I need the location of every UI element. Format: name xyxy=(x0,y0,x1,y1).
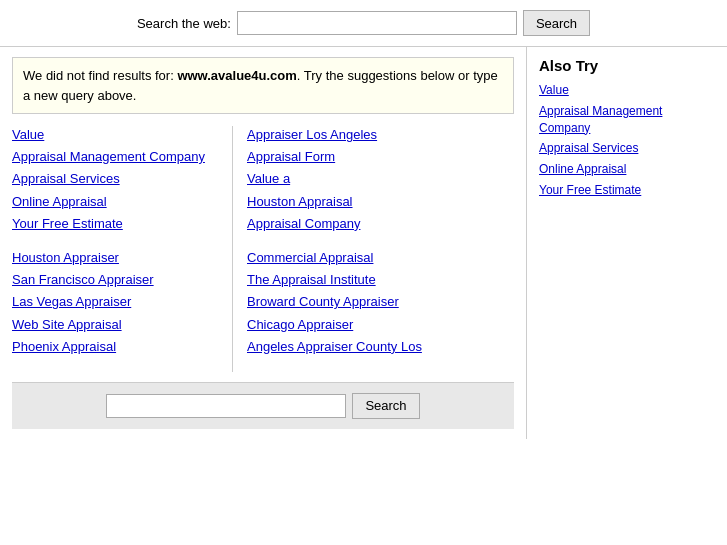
top-search-input[interactable] xyxy=(237,11,517,35)
also-try-title: Also Try xyxy=(539,57,715,74)
link-appraisal-form[interactable]: Appraisal Form xyxy=(247,148,514,166)
link-houston-appraiser[interactable]: Houston Appraiser xyxy=(12,249,222,267)
right-links: Appraiser Los Angeles Appraisal Form Val… xyxy=(232,126,514,372)
link-houston-appraisal[interactable]: Houston Appraisal xyxy=(247,193,514,211)
link-san-francisco-appraiser[interactable]: San Francisco Appraiser xyxy=(12,271,222,289)
sidebar-link-appraisal-services[interactable]: Appraisal Services xyxy=(539,140,715,157)
link-las-vegas-appraiser[interactable]: Las Vegas Appraiser xyxy=(12,293,222,311)
link-appraisal-services[interactable]: Appraisal Services xyxy=(12,170,222,188)
sidebar-link-your-free-estimate[interactable]: Your Free Estimate xyxy=(539,182,715,199)
left-link-group-1: Value Appraisal Management Company Appra… xyxy=(12,126,222,233)
links-area: Value Appraisal Management Company Appra… xyxy=(12,126,514,372)
sidebar-link-appraisal-management[interactable]: Appraisal Management Company xyxy=(539,103,715,137)
left-area: We did not find results for: www.avalue4… xyxy=(0,47,527,439)
bottom-search-button[interactable]: Search xyxy=(352,393,419,419)
right-link-group-2: Commercial Appraisal The Appraisal Insti… xyxy=(247,249,514,356)
link-chicago-appraiser[interactable]: Chicago Appraiser xyxy=(247,316,514,334)
link-appraiser-los-angeles[interactable]: Appraiser Los Angeles xyxy=(247,126,514,144)
bottom-search-input[interactable] xyxy=(106,394,346,418)
top-search-bar: Search the web: Search xyxy=(0,0,727,47)
search-label: Search the web: xyxy=(137,16,231,31)
link-value[interactable]: Value xyxy=(12,126,222,144)
link-commercial-appraisal[interactable]: Commercial Appraisal xyxy=(247,249,514,267)
right-link-group-1: Appraiser Los Angeles Appraisal Form Val… xyxy=(247,126,514,233)
link-angeles-appraiser-county[interactable]: Angeles Appraiser County Los xyxy=(247,338,514,356)
left-link-group-2: Houston Appraiser San Francisco Appraise… xyxy=(12,249,222,356)
link-your-free-estimate[interactable]: Your Free Estimate xyxy=(12,215,222,233)
link-value-a[interactable]: Value a xyxy=(247,170,514,188)
link-the-appraisal-institute[interactable]: The Appraisal Institute xyxy=(247,271,514,289)
right-sidebar: Also Try Value Appraisal Management Comp… xyxy=(527,47,727,439)
sidebar-link-value[interactable]: Value xyxy=(539,82,715,99)
notice-prefix: We did not find results for: xyxy=(23,68,177,83)
notice-domain: www.avalue4u.com xyxy=(177,68,296,83)
bottom-search-bar: Search xyxy=(12,382,514,429)
sidebar-link-online-appraisal[interactable]: Online Appraisal xyxy=(539,161,715,178)
link-appraisal-company[interactable]: Appraisal Company xyxy=(247,215,514,233)
link-phoenix-appraisal[interactable]: Phoenix Appraisal xyxy=(12,338,222,356)
link-appraisal-management[interactable]: Appraisal Management Company xyxy=(12,148,222,166)
left-links: Value Appraisal Management Company Appra… xyxy=(12,126,232,372)
main-content: We did not find results for: www.avalue4… xyxy=(0,47,727,439)
link-broward-county-appraiser[interactable]: Broward County Appraiser xyxy=(247,293,514,311)
notice-box: We did not find results for: www.avalue4… xyxy=(12,57,514,114)
link-online-appraisal[interactable]: Online Appraisal xyxy=(12,193,222,211)
top-search-button[interactable]: Search xyxy=(523,10,590,36)
link-web-site-appraisal[interactable]: Web Site Appraisal xyxy=(12,316,222,334)
